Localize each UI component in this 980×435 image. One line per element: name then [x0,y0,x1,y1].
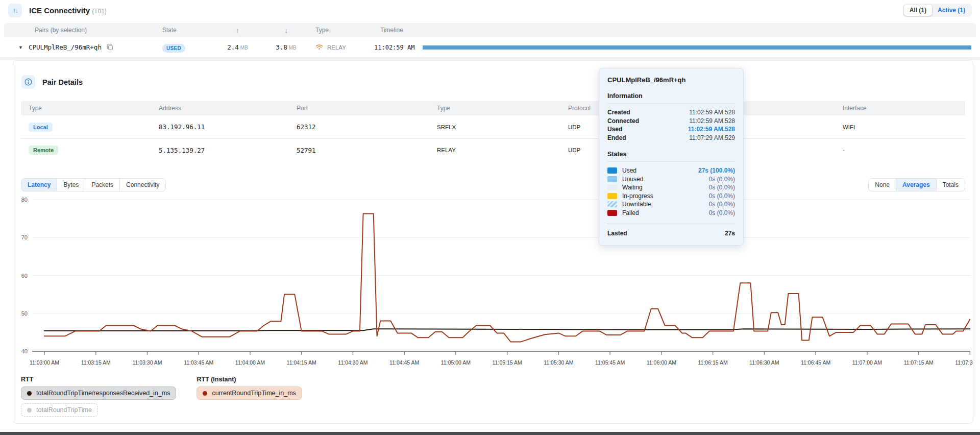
x-tick-label: 11:07:30 AM [955,359,973,366]
x-tick-label: 11:07:15 AM [903,359,933,366]
popup-dotted-divider [607,224,735,224]
popup-info-label: Used [607,125,622,134]
view-totals[interactable]: Totals [936,179,965,191]
pair-state-cell: USED [156,43,213,52]
popup-state-value: 0s (0.0%) [709,183,735,192]
x-tick-label: 11:04:00 AM [235,359,265,366]
x-tick-label: 11:05:15 AM [493,359,522,366]
popup-state-label: Used [622,166,636,175]
pairs-table-header: Pairs (by selection)State↑↓TypeTimeline [4,23,976,37]
pair-details-card: Pair Details TypeAddressPortTypeProtocol… [13,60,973,424]
pairs-header-col-type: Type [310,27,372,34]
chart-tabs: LatencyBytesPacketsConnectivity [21,178,166,191]
details-row-local: Local83.192.96.1162312SRFLXUDPWIFI [21,115,965,138]
popup-info-value: 11:02:59 AM.528 [688,125,735,134]
popup-info-row-ended: Ended11:07:29 AM.529 [607,134,735,142]
popup-info-label: Ended [607,134,626,142]
details-table-header: TypeAddressPortTypeProtocolInterface [21,101,965,115]
state-swatch-in-progress [607,193,617,199]
pairs-header-col-upload-arrow: ↑ [213,27,262,34]
pair-download-cell: 3.8MB [262,43,310,51]
tab-bytes[interactable]: Bytes [57,179,85,191]
popup-state-label: Unused [622,175,643,184]
view-averages[interactable]: Averages [896,179,936,191]
filter-tabs: All (1)Active (1) [903,4,972,17]
popup-state-row-failed: Failed0s (0.0%) [607,209,735,218]
details-table-body: Local83.192.96.1162312SRFLXUDPWIFIRemote… [21,115,965,161]
legend-group-0: RTTtotalRoundTripTime/responsesReceived_… [21,376,176,417]
state-swatch-failed [607,210,617,216]
details-interface: WIFI [843,124,965,130]
timeline-bar[interactable] [423,45,971,50]
chart-legend: RTTtotalRoundTripTime/responsesReceived_… [21,376,302,417]
y-tick-label: 40 [21,348,28,354]
popup-state-label: Unwritable [622,200,651,209]
x-tick-label: 11:03:45 AM [184,359,213,366]
legend-group-1: RTT (Instant)currentRoundTripTime_in_ms [197,376,302,400]
details-candidate-type: SRFLX [437,124,568,130]
popup-title: CPULMplReB_/96mR+qh [607,76,735,84]
x-tick-label: 11:03:30 AM [132,359,162,366]
legend-chip-label: currentRoundTripTime_in_ms [212,390,296,397]
tab-connectivity[interactable]: Connectivity [119,179,165,191]
kind-badge: Local [29,123,53,132]
popup-information-rows: Created11:02:59 AM.528Connected11:02:59 … [607,108,735,142]
legend-group-label: RTT (Instant) [197,376,302,383]
popup-states-heading: States [607,151,735,158]
filter-tab-all[interactable]: All (1) [904,5,932,16]
details-header-col-2: Port [297,105,437,112]
card-title: Pair Details [42,78,83,86]
top-bar: ↑↓ ICE Connectivity(T01) All (1)Active (… [0,0,980,20]
popup-lasted-row: Lasted 27s [607,229,735,238]
legend-chip[interactable]: currentRoundTripTime_in_ms [197,386,302,400]
x-tick-label: 11:05:45 AM [595,359,625,366]
popup-state-value: 0s (0.0%) [709,192,735,201]
popup-state-row-in-progress: In-progress0s (0.0%) [607,192,735,201]
x-tick-label: 11:04:45 AM [389,359,419,366]
pair-type-label: RELAY [327,44,346,51]
info-icon[interactable] [21,75,35,89]
pair-upload-cell: 2.4MB [213,43,262,51]
upload-value: 2.4 [227,43,239,51]
details-row-remote: Remote5.135.139.2752791RELAYUDP- [21,138,965,161]
y-tick-label: 60 [21,273,28,279]
x-tick-label: 11:06:30 AM [749,359,779,366]
y-tick-label: 80 [21,197,28,203]
upload-unit: MB [240,45,248,51]
pairs-header-col-timeline: Timeline [372,27,976,34]
details-kind-cell: Local [29,123,159,132]
popup-info-value: 11:02:59 AM.528 [689,117,735,126]
pairs-header-col-download-arrow: ↓ [262,27,310,34]
popup-information-heading: Information [607,92,735,100]
expand-caret-icon[interactable]: ▼ [18,45,23,50]
popup-info-value: 11:02:59 AM.528 [689,108,735,117]
x-tick-label: 11:05:30 AM [544,359,573,366]
state-swatch-waiting [607,184,617,190]
legend-dot [27,391,32,396]
legend-chip[interactable]: totalRoundTripTime [21,403,98,417]
download-value: 3.8 [276,43,287,51]
chart-svg: 405060708011:03:00 AM11:03:15 AM11:03:30… [13,194,973,371]
popup-state-row-unwritable: Unwritable0s (0.0%) [607,200,735,209]
kind-badge: Remote [29,146,58,155]
tab-latency[interactable]: Latency [21,179,57,191]
tab-packets[interactable]: Packets [85,179,119,191]
filter-tab-active[interactable]: Active (1) [932,5,971,16]
legend-chip[interactable]: totalRoundTripTime/responsesReceived_in_… [21,386,176,400]
copy-icon[interactable] [107,44,113,51]
x-tick-label: 11:06:15 AM [698,359,728,366]
sort-icon[interactable]: ↑↓ [8,4,22,17]
page-title-tag: (T01) [92,8,107,15]
page-title-text: ICE Connectivity [29,6,90,15]
view-none[interactable]: None [869,179,896,191]
details-address: 5.135.139.27 [159,147,297,154]
legend-dot [203,391,207,396]
download-unit: MB [289,45,297,51]
state-badge: USED [162,44,185,53]
timeline-start-time: 11:02:59 AM [374,44,414,51]
wifi-icon [315,44,323,51]
legend-chip-label: totalRoundTripTime/responsesReceived_in_… [36,390,170,397]
legend-dot [27,408,32,413]
page-background-strip [0,424,980,432]
pair-row[interactable]: ▼ CPULMplReB_/96mR+qh USED 2.4MB 3.8MB R… [4,37,976,57]
